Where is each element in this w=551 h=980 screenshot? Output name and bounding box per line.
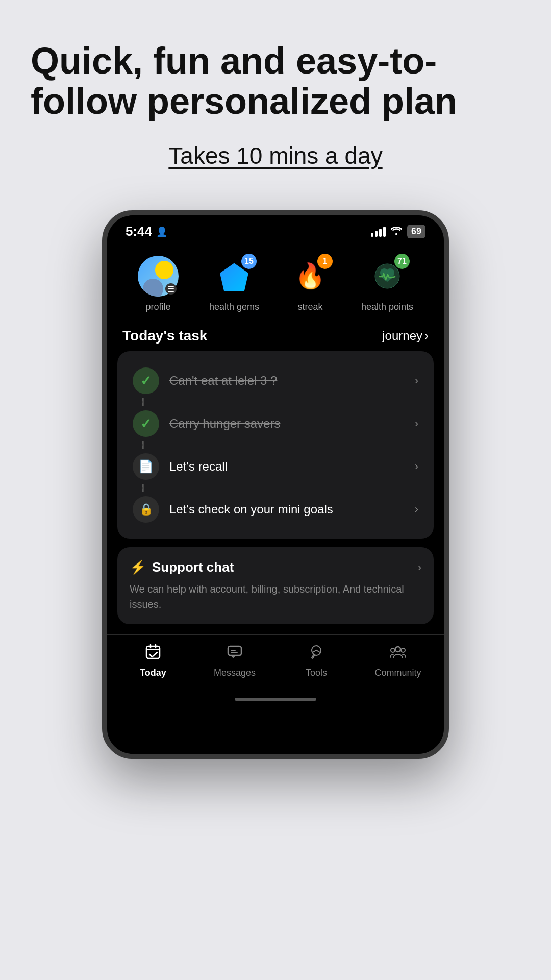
health-gems-label: health gems xyxy=(209,302,259,312)
chevron-right-icon: › xyxy=(424,329,429,343)
task-chevron-4: › xyxy=(415,503,418,516)
task-chevron-1: › xyxy=(415,374,418,387)
today-label: Today xyxy=(140,668,166,678)
streak-icon: 🔥 1 xyxy=(290,256,331,297)
checkmark-icon: ✓ xyxy=(140,373,152,389)
lock-icon: 🔒 xyxy=(139,503,153,516)
phone-frame: 5:44 👤 69 xyxy=(102,210,449,759)
support-card[interactable]: ⚡ Support chat › We can help with accoun… xyxy=(117,547,434,624)
nav-item-tools[interactable]: Tools xyxy=(276,643,357,678)
phone-content: profile 15 health gems 🔥 1 streak xyxy=(107,243,444,754)
nav-item-messages[interactable]: Messages xyxy=(194,643,276,678)
support-description: We can help with account, billing, subsc… xyxy=(130,581,421,612)
status-bar: 5:44 👤 69 xyxy=(107,215,444,243)
page-subtitle: Takes 10 mins a day xyxy=(31,142,520,169)
messages-icon xyxy=(226,643,243,665)
community-icon xyxy=(389,643,407,665)
task-check-2: ✓ xyxy=(133,410,159,437)
profile-row: profile 15 health gems 🔥 1 streak xyxy=(107,243,444,323)
task-item-1[interactable]: ✓ Can't eat at lelel 3 ? › xyxy=(128,359,423,402)
status-icons: 69 xyxy=(371,225,425,238)
health-points-item[interactable]: 71 health points xyxy=(361,256,413,312)
task-check-4: 🔒 xyxy=(133,496,159,523)
tools-icon xyxy=(308,643,325,665)
streak-item[interactable]: 🔥 1 streak xyxy=(290,256,331,312)
checkmark-icon-2: ✓ xyxy=(140,416,152,432)
today-icon xyxy=(144,643,162,665)
svg-point-8 xyxy=(395,647,400,652)
bolt-icon: ⚡ xyxy=(130,559,146,575)
community-label: Community xyxy=(374,668,421,678)
nav-item-today[interactable]: Today xyxy=(112,643,194,678)
health-points-icon: 71 xyxy=(367,256,408,297)
task-item-2[interactable]: ✓ Carry hunger savers › xyxy=(128,402,423,445)
task-text-1: Can't eat at lelel 3 ? xyxy=(169,374,415,388)
health-points-label: health points xyxy=(361,302,413,312)
profile-label: profile xyxy=(145,302,170,312)
health-gems-item[interactable]: 15 health gems xyxy=(209,256,259,312)
task-item-4[interactable]: 🔒 Let's check on your mini goals › xyxy=(128,488,423,531)
journey-link[interactable]: journey › xyxy=(382,329,429,343)
section-title: Today's task xyxy=(122,328,207,344)
task-card: ✓ Can't eat at lelel 3 ? › ✓ Carry hunge… xyxy=(117,351,434,539)
task-check-3: 📄 xyxy=(133,453,159,480)
task-check-1: ✓ xyxy=(133,368,159,394)
battery-indicator: 69 xyxy=(407,225,425,238)
svg-point-9 xyxy=(391,648,395,652)
streak-label: streak xyxy=(297,302,322,312)
support-header: ⚡ Support chat › xyxy=(130,559,421,575)
task-chevron-3: › xyxy=(415,460,418,473)
page-header: Quick, fun and easy-to-follow personaliz… xyxy=(0,0,551,190)
health-points-badge: 71 xyxy=(394,254,410,269)
wifi-icon xyxy=(391,226,402,237)
home-indicator xyxy=(107,694,444,708)
task-chevron-2: › xyxy=(415,417,418,430)
page-title: Quick, fun and easy-to-follow personaliz… xyxy=(31,41,520,121)
section-header: Today's task journey › xyxy=(107,323,444,351)
health-gems-badge: 15 xyxy=(241,254,257,269)
support-title-row: ⚡ Support chat xyxy=(130,559,234,575)
task-item-3[interactable]: 📄 Let's recall › xyxy=(128,445,423,488)
task-text-2: Carry hunger savers xyxy=(169,416,415,431)
svg-point-10 xyxy=(401,648,405,652)
task-text-3: Let's recall xyxy=(169,459,415,474)
bottom-nav: Today Messages xyxy=(107,634,444,694)
tools-label: Tools xyxy=(306,668,327,678)
signal-icon xyxy=(371,227,386,237)
task-text-4: Let's check on your mini goals xyxy=(169,502,415,517)
home-bar xyxy=(235,698,316,701)
profile-item[interactable]: profile xyxy=(138,256,179,312)
health-gems-icon: 15 xyxy=(214,256,255,297)
person-icon: 👤 xyxy=(156,226,167,237)
streak-badge: 1 xyxy=(317,254,333,269)
nav-item-community[interactable]: Community xyxy=(357,643,439,678)
support-chevron: › xyxy=(418,561,421,574)
menu-icon xyxy=(165,283,177,295)
status-time: 5:44 👤 xyxy=(126,224,167,239)
support-title: Support chat xyxy=(152,559,234,575)
messages-label: Messages xyxy=(214,668,256,678)
document-icon: 📄 xyxy=(138,459,154,474)
